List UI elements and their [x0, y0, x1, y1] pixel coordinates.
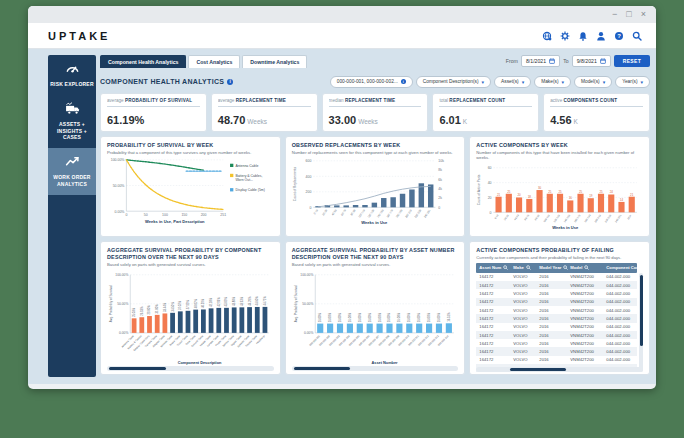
svg-text:252+: 252+ — [627, 213, 633, 220]
scrollbar-thumb[interactable] — [294, 367, 351, 370]
svg-text:60-79: 60-79 — [340, 208, 347, 216]
tab-cost-analytics[interactable]: Cost Analytics — [188, 55, 240, 68]
scrollbar-thumb[interactable] — [510, 368, 567, 371]
user-icon[interactable] — [596, 31, 606, 41]
sidebar-item-assets-insights-cases[interactable]: ASSETS + INSIGHTS + CASES — [48, 95, 96, 148]
globe-icon[interactable] — [542, 31, 552, 41]
filter-year-s-[interactable]: Year(s)▾ — [615, 76, 650, 88]
table-cell: 164172 — [476, 324, 510, 329]
bell-icon[interactable] — [578, 31, 588, 41]
close-button[interactable]: × — [641, 10, 646, 19]
reset-button[interactable]: RESET — [614, 55, 650, 67]
to-date-input[interactable]: 9/8/2021 — [572, 55, 611, 67]
svg-text:?: ? — [617, 33, 621, 39]
kpi-name: COMPONENTS COUNT — [563, 98, 617, 103]
search-icon[interactable] — [643, 265, 648, 271]
kpi-probability-of-survival: average PROBABILITY OF SURVIVAL61.19% — [100, 93, 207, 132]
vertical-scrollbar[interactable] — [639, 273, 643, 373]
kpi-replacement-count: total REPLACEMENT COUNT6.01K — [432, 93, 539, 132]
column-header-make[interactable]: Make — [510, 265, 536, 271]
table-cell: 164172 — [476, 308, 510, 313]
svg-text:18: 18 — [528, 195, 532, 199]
svg-text:16.00%: 16.00% — [387, 312, 391, 322]
svg-text:80-99: 80-99 — [349, 208, 356, 216]
gear-icon[interactable] — [560, 31, 570, 41]
column-header-component-code[interactable]: Component Code — [603, 265, 646, 271]
tab-downtime-analytics[interactable]: Downtime Analytics — [242, 55, 307, 68]
scrollbar-thumb[interactable] — [109, 367, 166, 370]
tab-component-health-analytics[interactable]: Component Health Analytics — [100, 55, 186, 68]
table-cell: 2016 — [536, 299, 567, 304]
table-row: 164172VOLVO2016VNM42T200044-002-000 — [476, 347, 637, 355]
table-cell: VOLVO — [510, 299, 536, 304]
svg-text:21: 21 — [630, 192, 634, 196]
kpi-divider — [329, 106, 422, 107]
table-cell: 2016 — [536, 333, 567, 338]
table-cell: VNM42T200 — [567, 316, 603, 321]
minimize-button[interactable]: − — [612, 10, 617, 19]
kpi-unit: % — [135, 114, 145, 126]
svg-text:120-139: 120-139 — [553, 213, 561, 223]
survival-by-asset-card: AGGREGATE SURVIVAL PROBABILITY BY ASSET … — [285, 241, 466, 375]
search-icon[interactable] — [632, 31, 642, 41]
svg-text:25: 25 — [559, 189, 563, 193]
sidebar-item-label: RISK EXPLORER — [50, 81, 94, 88]
chart-subtitle: Number of replacements seen for this com… — [292, 150, 459, 155]
kpi-unit: K — [574, 118, 578, 125]
table-cell: VOLVO — [510, 274, 536, 279]
filter-make-s-[interactable]: Make(s)▾ — [534, 76, 571, 88]
table-cell: 164172 — [476, 316, 510, 321]
svg-text:Count of Replacements: Count of Replacements — [293, 166, 297, 201]
filter-model-s-[interactable]: Model(s)▾ — [574, 76, 612, 88]
column-label: Make — [513, 265, 523, 270]
svg-text:31.00%: 31.00% — [155, 303, 159, 313]
svg-text:100.00%: 100.00% — [115, 273, 128, 277]
chart-subtitle: Number of components of this type that h… — [476, 150, 643, 160]
gauge-icon — [65, 61, 80, 76]
svg-text:240-251: 240-251 — [615, 213, 623, 223]
search-icon[interactable] — [503, 265, 508, 271]
search-icon[interactable] — [584, 265, 589, 271]
filter-000-000-001-000-000-002-[interactable]: 000-000-001, 000-000-002...i — [330, 76, 413, 88]
svg-text:37.02%: 37.02% — [178, 300, 182, 310]
horizontal-scrollbar[interactable] — [292, 366, 459, 371]
svg-text:2k: 2k — [438, 196, 442, 200]
svg-text:100.00%: 100.00% — [111, 158, 125, 162]
svg-text:220-239: 220-239 — [605, 213, 613, 223]
svg-text:25.03%: 25.03% — [132, 307, 136, 317]
sidebar-item-risk-explorer[interactable]: RISK EXPLORER — [48, 55, 96, 95]
horizontal-scrollbar[interactable] — [476, 367, 643, 372]
table-subtitle: Currently active components and their pr… — [476, 255, 643, 260]
table-cell: VNM42T200 — [567, 274, 603, 279]
tab-bar: Component Health AnalyticsCost Analytics… — [100, 55, 307, 68]
info-icon[interactable]: i — [227, 79, 233, 85]
table-row: 164172VOLVO2016VNM42T200044-002-000 — [476, 323, 637, 331]
component-survival-bar-chart: 0.00%50.00%100.00%25.03%Antenna Cable26.… — [107, 267, 274, 368]
help-icon[interactable]: ? — [614, 31, 624, 41]
filter-component-description-s-[interactable]: Component Description(s)▾ — [416, 76, 491, 88]
filter-asset-s-[interactable]: Asset(s)▾ — [494, 76, 531, 88]
scrollbar-thumb[interactable] — [640, 275, 643, 347]
sidebar-item-work-order-analytics[interactable]: WORK ORDER ANALYTICS — [48, 148, 96, 195]
column-header-asset-num[interactable]: Asset Num — [476, 265, 510, 271]
svg-text:400: 400 — [305, 174, 311, 178]
column-header-model[interactable]: Model — [567, 265, 603, 271]
svg-text:251: 251 — [220, 213, 226, 217]
search-icon[interactable] — [526, 265, 531, 271]
maximize-button[interactable]: □ — [626, 10, 631, 19]
horizontal-scrollbar[interactable] — [107, 366, 274, 371]
svg-text:200: 200 — [305, 190, 311, 194]
info-circle-icon[interactable]: i — [401, 79, 406, 84]
svg-text:29.00%: 29.00% — [147, 304, 151, 314]
sidebar: RISK EXPLORERASSETS + INSIGHTS + CASESWO… — [48, 55, 96, 377]
svg-text:20-39: 20-39 — [504, 213, 510, 220]
column-label: Component Code — [606, 265, 641, 270]
from-date-input[interactable]: 8/1/2021 — [521, 55, 560, 67]
svg-text:200-219: 200-219 — [594, 213, 602, 223]
svg-text:34.50%: 34.50% — [171, 301, 175, 311]
header-icons: ? — [542, 31, 642, 41]
table-cell: VOLVO — [510, 324, 536, 329]
column-header-model-year[interactable]: Model Year — [536, 265, 567, 271]
svg-text:0.00%: 0.00% — [115, 209, 125, 213]
svg-text:Asset Number: Asset Number — [371, 359, 398, 364]
